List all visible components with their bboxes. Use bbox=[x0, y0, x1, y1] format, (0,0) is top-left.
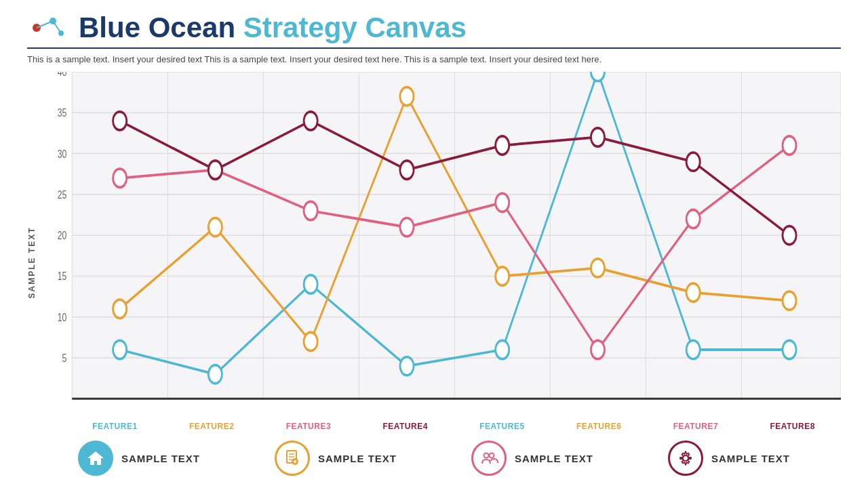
chart-inner: 40 35 30 25 20 15 10 5 bbox=[38, 72, 841, 433]
legend-label-3: SAMPLE TEXT bbox=[515, 453, 593, 464]
svg-point-62 bbox=[686, 152, 700, 171]
svg-point-48 bbox=[113, 169, 127, 187]
chart-svg-element: 40 35 30 25 20 15 10 5 bbox=[38, 72, 841, 420]
legend-label-1: SAMPLE TEXT bbox=[121, 453, 200, 464]
svg-point-52 bbox=[496, 193, 509, 211]
svg-point-36 bbox=[496, 340, 509, 359]
svg-point-42 bbox=[304, 332, 317, 350]
x-label-1: FEATURE1 bbox=[66, 422, 163, 431]
svg-point-38 bbox=[686, 340, 700, 359]
svg-point-60 bbox=[496, 136, 509, 154]
svg-point-56 bbox=[113, 111, 127, 129]
legend-item-2: SAMPLE TEXT bbox=[275, 441, 397, 476]
legend-item-3: SAMPLE TEXT bbox=[471, 441, 593, 476]
svg-point-50 bbox=[304, 201, 317, 220]
svg-point-74 bbox=[489, 453, 494, 458]
svg-point-55 bbox=[783, 136, 796, 154]
svg-text:5: 5 bbox=[62, 352, 67, 364]
svg-text:10: 10 bbox=[58, 311, 67, 323]
x-axis-labels: FEATURE1 FEATURE2 FEATURE3 FEATURE4 FEAT… bbox=[66, 419, 841, 432]
svg-point-45 bbox=[591, 258, 604, 277]
legend-icon-4 bbox=[668, 441, 703, 476]
x-label-3: FEATURE3 bbox=[260, 422, 357, 431]
page-title: Blue Ocean Strategy Canvas bbox=[79, 14, 467, 42]
chart-area: SAMPLE TEXT bbox=[27, 72, 841, 433]
svg-point-39 bbox=[783, 340, 796, 359]
svg-point-46 bbox=[686, 283, 700, 302]
legend-icon-3 bbox=[471, 441, 507, 476]
svg-point-47 bbox=[783, 291, 796, 310]
header: Blue Ocean Strategy Canvas bbox=[27, 14, 841, 42]
svg-point-43 bbox=[400, 87, 414, 105]
svg-point-37 bbox=[591, 72, 604, 81]
svg-point-53 bbox=[591, 340, 604, 359]
svg-point-32 bbox=[113, 340, 127, 359]
x-label-4: FEATURE4 bbox=[357, 422, 454, 431]
svg-point-54 bbox=[686, 209, 700, 228]
svg-point-51 bbox=[400, 218, 414, 236]
svg-text:35: 35 bbox=[58, 106, 67, 119]
logo-icon bbox=[27, 14, 68, 41]
svg-point-63 bbox=[783, 226, 796, 244]
svg-text:15: 15 bbox=[58, 270, 67, 282]
legend-icon-1 bbox=[78, 441, 113, 476]
y-axis-label: SAMPLE TEXT bbox=[27, 72, 37, 433]
svg-text:40: 40 bbox=[58, 72, 67, 78]
svg-line-3 bbox=[37, 21, 53, 28]
x-label-7: FEATURE7 bbox=[648, 422, 745, 431]
svg-point-58 bbox=[304, 111, 317, 129]
x-label-8: FEATURE8 bbox=[744, 422, 841, 431]
gear-icon bbox=[676, 449, 695, 468]
house-icon bbox=[86, 449, 105, 468]
svg-point-34 bbox=[304, 274, 317, 293]
x-label-2: FEATURE2 bbox=[163, 422, 260, 431]
legend-icon-2 bbox=[275, 441, 310, 476]
legend-label-4: SAMPLE TEXT bbox=[711, 453, 790, 464]
svg-point-41 bbox=[208, 218, 222, 236]
people-icon bbox=[479, 449, 498, 468]
x-label-6: FEATURE6 bbox=[551, 422, 648, 431]
svg-point-61 bbox=[591, 127, 604, 146]
svg-point-73 bbox=[484, 453, 488, 458]
header-divider bbox=[27, 47, 841, 49]
page: Blue Ocean Strategy Canvas This is a sam… bbox=[0, 0, 868, 488]
svg-point-33 bbox=[208, 365, 222, 383]
svg-point-57 bbox=[208, 161, 222, 179]
legend-item-4: SAMPLE TEXT bbox=[668, 441, 790, 476]
legend-label-2: SAMPLE TEXT bbox=[318, 453, 397, 464]
svg-line-4 bbox=[53, 21, 61, 33]
svg-point-44 bbox=[496, 266, 509, 285]
svg-text:20: 20 bbox=[58, 229, 67, 241]
chart-svg: 40 35 30 25 20 15 10 5 bbox=[38, 72, 841, 420]
x-label-5: FEATURE5 bbox=[454, 422, 551, 431]
subtitle-text: This is a sample text. Insert your desir… bbox=[27, 53, 841, 66]
svg-text:25: 25 bbox=[58, 188, 67, 201]
svg-point-40 bbox=[113, 300, 127, 318]
svg-marker-65 bbox=[87, 451, 104, 465]
svg-point-35 bbox=[400, 357, 414, 375]
svg-point-59 bbox=[400, 161, 414, 179]
document-icon bbox=[283, 449, 302, 468]
legend: SAMPLE TEXT SAMPLE TEXT bbox=[27, 435, 841, 481]
legend-item-1: SAMPLE TEXT bbox=[78, 441, 200, 476]
svg-text:30: 30 bbox=[58, 147, 67, 159]
